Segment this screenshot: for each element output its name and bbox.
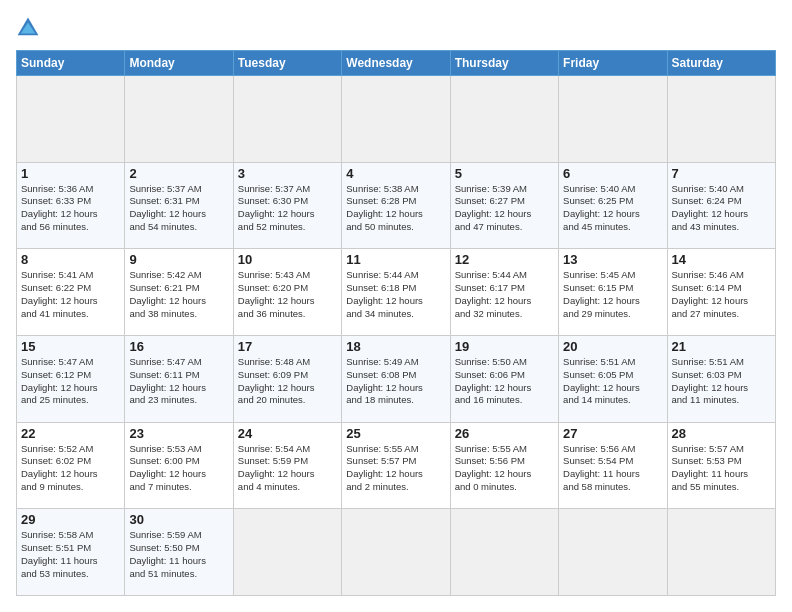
day-info-line: Sunrise: 5:50 AM — [455, 356, 554, 369]
day-info-line: and 29 minutes. — [563, 308, 662, 321]
day-info-line: and 20 minutes. — [238, 394, 337, 407]
col-saturday: Saturday — [667, 51, 775, 76]
calendar-cell: 9Sunrise: 5:42 AMSunset: 6:21 PMDaylight… — [125, 249, 233, 336]
calendar-cell — [450, 76, 558, 163]
day-info-line: Daylight: 12 hours — [129, 295, 228, 308]
day-info-line: Sunset: 6:15 PM — [563, 282, 662, 295]
calendar-cell: 26Sunrise: 5:55 AMSunset: 5:56 PMDayligh… — [450, 422, 558, 509]
day-number: 4 — [346, 166, 445, 181]
day-number: 24 — [238, 426, 337, 441]
calendar-cell: 24Sunrise: 5:54 AMSunset: 5:59 PMDayligh… — [233, 422, 341, 509]
header — [16, 16, 776, 40]
logo-icon — [16, 16, 40, 40]
calendar-cell — [559, 76, 667, 163]
calendar-cell: 15Sunrise: 5:47 AMSunset: 6:12 PMDayligh… — [17, 335, 125, 422]
calendar-cell: 22Sunrise: 5:52 AMSunset: 6:02 PMDayligh… — [17, 422, 125, 509]
day-info-line: Sunrise: 5:52 AM — [21, 443, 120, 456]
day-info-line: Sunset: 5:57 PM — [346, 455, 445, 468]
day-info-line: Sunrise: 5:36 AM — [21, 183, 120, 196]
day-info-line: Sunrise: 5:55 AM — [455, 443, 554, 456]
day-info-line: Sunset: 6:28 PM — [346, 195, 445, 208]
day-info-line: Sunrise: 5:58 AM — [21, 529, 120, 542]
day-info-line: and 23 minutes. — [129, 394, 228, 407]
calendar-cell: 14Sunrise: 5:46 AMSunset: 6:14 PMDayligh… — [667, 249, 775, 336]
calendar-cell: 20Sunrise: 5:51 AMSunset: 6:05 PMDayligh… — [559, 335, 667, 422]
calendar-cell: 10Sunrise: 5:43 AMSunset: 6:20 PMDayligh… — [233, 249, 341, 336]
day-info-line: Daylight: 12 hours — [21, 468, 120, 481]
calendar-cell: 13Sunrise: 5:45 AMSunset: 6:15 PMDayligh… — [559, 249, 667, 336]
day-info-line: Daylight: 12 hours — [238, 468, 337, 481]
calendar-cell: 23Sunrise: 5:53 AMSunset: 6:00 PMDayligh… — [125, 422, 233, 509]
day-info-line: and 43 minutes. — [672, 221, 771, 234]
day-info-line: Sunrise: 5:47 AM — [129, 356, 228, 369]
day-info-line: Daylight: 12 hours — [346, 295, 445, 308]
day-info-line: Daylight: 12 hours — [21, 208, 120, 221]
day-number: 10 — [238, 252, 337, 267]
header-row: Sunday Monday Tuesday Wednesday Thursday… — [17, 51, 776, 76]
calendar-cell: 17Sunrise: 5:48 AMSunset: 6:09 PMDayligh… — [233, 335, 341, 422]
day-info-line: Sunrise: 5:38 AM — [346, 183, 445, 196]
day-info-line: Sunset: 6:17 PM — [455, 282, 554, 295]
day-info-line: Sunrise: 5:41 AM — [21, 269, 120, 282]
calendar-cell: 5Sunrise: 5:39 AMSunset: 6:27 PMDaylight… — [450, 162, 558, 249]
day-number: 3 — [238, 166, 337, 181]
day-info-line: and 16 minutes. — [455, 394, 554, 407]
day-info-line: and 0 minutes. — [455, 481, 554, 494]
page: Sunday Monday Tuesday Wednesday Thursday… — [0, 0, 792, 612]
day-number: 18 — [346, 339, 445, 354]
calendar-week-1: 1Sunrise: 5:36 AMSunset: 6:33 PMDaylight… — [17, 162, 776, 249]
day-info-line: Daylight: 12 hours — [21, 295, 120, 308]
day-info-line: Sunrise: 5:49 AM — [346, 356, 445, 369]
day-info-line: Sunrise: 5:51 AM — [563, 356, 662, 369]
day-info-line: and 34 minutes. — [346, 308, 445, 321]
day-info-line: Sunset: 6:06 PM — [455, 369, 554, 382]
calendar-cell — [667, 76, 775, 163]
calendar-table: Sunday Monday Tuesday Wednesday Thursday… — [16, 50, 776, 596]
calendar-cell: 29Sunrise: 5:58 AMSunset: 5:51 PMDayligh… — [17, 509, 125, 596]
day-info-line: Sunset: 6:20 PM — [238, 282, 337, 295]
day-info-line: Daylight: 11 hours — [21, 555, 120, 568]
day-info-line: Sunset: 6:14 PM — [672, 282, 771, 295]
day-info-line: Sunrise: 5:37 AM — [129, 183, 228, 196]
calendar-week-2: 8Sunrise: 5:41 AMSunset: 6:22 PMDaylight… — [17, 249, 776, 336]
day-info-line: Sunrise: 5:47 AM — [21, 356, 120, 369]
day-info-line: and 36 minutes. — [238, 308, 337, 321]
calendar-week-0 — [17, 76, 776, 163]
day-info-line: and 38 minutes. — [129, 308, 228, 321]
calendar-week-5: 29Sunrise: 5:58 AMSunset: 5:51 PMDayligh… — [17, 509, 776, 596]
day-info-line: Sunset: 5:56 PM — [455, 455, 554, 468]
day-info-line: Sunset: 6:08 PM — [346, 369, 445, 382]
calendar-cell — [125, 76, 233, 163]
col-monday: Monday — [125, 51, 233, 76]
col-thursday: Thursday — [450, 51, 558, 76]
day-info-line: Sunset: 5:51 PM — [21, 542, 120, 555]
day-info-line: Daylight: 12 hours — [129, 208, 228, 221]
calendar-cell: 30Sunrise: 5:59 AMSunset: 5:50 PMDayligh… — [125, 509, 233, 596]
day-info-line: Sunrise: 5:37 AM — [238, 183, 337, 196]
col-sunday: Sunday — [17, 51, 125, 76]
day-info-line: Sunset: 6:31 PM — [129, 195, 228, 208]
day-info-line: and 14 minutes. — [563, 394, 662, 407]
day-info-line: and 51 minutes. — [129, 568, 228, 581]
day-info-line: Daylight: 12 hours — [346, 382, 445, 395]
calendar-cell — [233, 509, 341, 596]
day-info-line: Daylight: 12 hours — [455, 468, 554, 481]
day-info-line: Daylight: 11 hours — [563, 468, 662, 481]
day-info-line: and 32 minutes. — [455, 308, 554, 321]
day-info-line: Sunset: 5:59 PM — [238, 455, 337, 468]
calendar-cell: 21Sunrise: 5:51 AMSunset: 6:03 PMDayligh… — [667, 335, 775, 422]
day-number: 13 — [563, 252, 662, 267]
calendar-cell: 28Sunrise: 5:57 AMSunset: 5:53 PMDayligh… — [667, 422, 775, 509]
day-info-line: Sunrise: 5:56 AM — [563, 443, 662, 456]
calendar-cell: 12Sunrise: 5:44 AMSunset: 6:17 PMDayligh… — [450, 249, 558, 336]
calendar-cell: 4Sunrise: 5:38 AMSunset: 6:28 PMDaylight… — [342, 162, 450, 249]
day-info-line: Sunrise: 5:48 AM — [238, 356, 337, 369]
day-info-line: and 45 minutes. — [563, 221, 662, 234]
day-info-line: Daylight: 12 hours — [21, 382, 120, 395]
day-info-line: and 7 minutes. — [129, 481, 228, 494]
day-info-line: Sunset: 6:25 PM — [563, 195, 662, 208]
day-info-line: and 55 minutes. — [672, 481, 771, 494]
day-info-line: Daylight: 12 hours — [129, 382, 228, 395]
day-info-line: Daylight: 12 hours — [672, 382, 771, 395]
day-info-line: Sunrise: 5:45 AM — [563, 269, 662, 282]
